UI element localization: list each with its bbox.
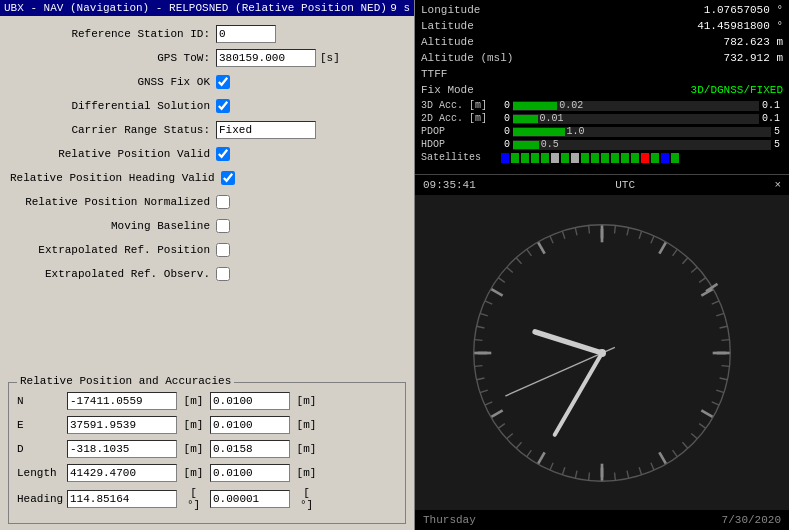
group-row-label-4: Heading <box>17 493 67 505</box>
svg-line-18 <box>716 390 724 393</box>
svg-line-51 <box>498 277 505 282</box>
diff-solution-checkbox[interactable] <box>216 99 230 113</box>
title-text: UBX - NAV (Navigation) - RELPOSNED (Rela… <box>4 2 387 14</box>
ref-station-input[interactable] <box>216 25 276 43</box>
group-row-input2-3[interactable] <box>210 464 290 482</box>
extrap-ref-obs-row: Extrapolated Ref. Observ. <box>10 264 404 284</box>
acc-2d-v2: 0.1 <box>762 113 780 124</box>
svg-line-6 <box>673 249 678 256</box>
clock-date: 7/30/2020 <box>722 514 781 526</box>
extrap-ref-obs-checkbox[interactable] <box>216 267 230 281</box>
acc-3d-v0: 0 <box>504 100 510 111</box>
svg-line-44 <box>474 365 482 366</box>
title-time: 9 s <box>390 2 410 14</box>
group-row-unit1-4: [ °] <box>181 487 206 511</box>
sat-block-1 <box>511 153 519 163</box>
group-row-1: E [m] [m] <box>17 415 397 435</box>
svg-line-42 <box>480 390 488 393</box>
svg-line-12 <box>716 313 724 316</box>
svg-line-43 <box>477 377 485 379</box>
right-panel: Longitude 1.07657050 ° Latitude 41.45981… <box>415 0 789 530</box>
rel-pos-norm-checkbox[interactable] <box>216 195 230 209</box>
gnss-fix-checkbox[interactable] <box>216 75 230 89</box>
svg-line-57 <box>562 230 565 238</box>
svg-line-40 <box>491 410 503 417</box>
svg-line-20 <box>701 410 713 417</box>
svg-line-32 <box>575 470 577 478</box>
svg-line-35 <box>538 452 545 464</box>
left-panel: UBX - NAV (Navigation) - RELPOSNED (Rela… <box>0 0 415 530</box>
group-row-input2-1[interactable] <box>210 416 290 434</box>
group-row-input2-4[interactable] <box>210 490 290 508</box>
clock-time: 09:35:41 <box>423 179 476 191</box>
carrier-range-input[interactable] <box>216 121 316 139</box>
gps-tow-input[interactable] <box>216 49 316 67</box>
altitude-value: 782.623 m <box>521 36 783 50</box>
group-row-input1-4[interactable] <box>67 490 177 508</box>
sat-block-10 <box>601 153 609 163</box>
longitude-key: Longitude <box>421 4 521 18</box>
group-row-4: Heading [ °] [ °] <box>17 487 397 511</box>
svg-line-23 <box>682 442 687 448</box>
sat-block-14 <box>641 153 649 163</box>
altitude-row: Altitude 782.623 m <box>421 36 783 50</box>
group-row-unit1-1: [m] <box>181 419 206 431</box>
sat-block-17 <box>671 153 679 163</box>
sat-block-15 <box>651 153 659 163</box>
moving-baseline-label: Moving Baseline <box>10 220 210 232</box>
rel-pos-valid-checkbox[interactable] <box>216 147 230 161</box>
svg-line-25 <box>659 452 666 464</box>
acc-2d-bar: 0.01 <box>513 114 759 124</box>
group-row-input1-2[interactable] <box>67 440 177 458</box>
close-icon[interactable]: × <box>774 179 781 191</box>
acc-3d-bar: 0.02 <box>513 101 759 111</box>
svg-line-4 <box>651 235 654 242</box>
gnss-fix-label: GNSS Fix OK <box>10 76 210 88</box>
rel-pos-heading-checkbox[interactable] <box>221 171 235 185</box>
clock-svg <box>467 218 737 488</box>
group-row-input1-1[interactable] <box>67 416 177 434</box>
group-row-input1-0[interactable] <box>67 392 177 410</box>
altitude-key: Altitude <box>421 36 521 50</box>
group-row-input2-2[interactable] <box>210 440 290 458</box>
fix-mode-row: Fix Mode 3D/DGNSS/FIXED <box>421 84 783 98</box>
hdop-mid: 0.5 <box>541 139 559 150</box>
clock-body <box>415 195 789 510</box>
group-box: Relative Position and Accuracies N [m] [… <box>8 382 406 524</box>
group-row-label-0: N <box>17 395 67 407</box>
sat-block-16 <box>661 153 669 163</box>
svg-line-37 <box>516 442 521 448</box>
group-row-unit2-3: [m] <box>294 467 319 479</box>
ref-station-row: Reference Station ID: <box>10 24 404 44</box>
svg-line-13 <box>720 326 728 328</box>
moving-baseline-checkbox[interactable] <box>216 219 230 233</box>
svg-line-8 <box>691 267 697 272</box>
carrier-range-label: Carrier Range Status: <box>10 124 210 136</box>
extrap-ref-pos-label: Extrapolated Ref. Position <box>10 244 210 256</box>
svg-line-41 <box>485 401 492 404</box>
acc-3d-row: 3D Acc. [m] 0 0.02 0.1 <box>421 100 783 111</box>
altitude-msl-row: Altitude (msl) 732.912 m <box>421 52 783 66</box>
group-row-input1-3[interactable] <box>67 464 177 482</box>
group-row-3: Length [m] [m] <box>17 463 397 483</box>
group-row-unit2-0: [m] <box>294 395 319 407</box>
pdop-bar: 1.0 <box>513 127 771 137</box>
extrap-ref-pos-checkbox[interactable] <box>216 243 230 257</box>
sat-block-2 <box>521 153 529 163</box>
pdop-row: PDOP 0 1.0 5 <box>421 126 783 137</box>
sat-block-13 <box>631 153 639 163</box>
acc-3d-mid: 0.02 <box>559 100 583 111</box>
form-area: Reference Station ID: GPS ToW: [s] GNSS … <box>0 16 414 376</box>
hour-hand <box>535 331 602 352</box>
longitude-value: 1.07657050 ° <box>521 4 783 18</box>
clock-timezone: UTC <box>615 179 635 191</box>
sat-block-4 <box>541 153 549 163</box>
latitude-row: Latitude 41.45981800 ° <box>421 20 783 34</box>
svg-line-48 <box>480 313 488 316</box>
gps-tow-row: GPS ToW: [s] <box>10 48 404 68</box>
diff-solution-row: Differential Solution <box>10 96 404 116</box>
svg-line-31 <box>589 472 590 480</box>
group-row-input2-0[interactable] <box>210 392 290 410</box>
group-row-unit2-4: [ °] <box>294 487 319 511</box>
svg-line-3 <box>639 230 642 238</box>
